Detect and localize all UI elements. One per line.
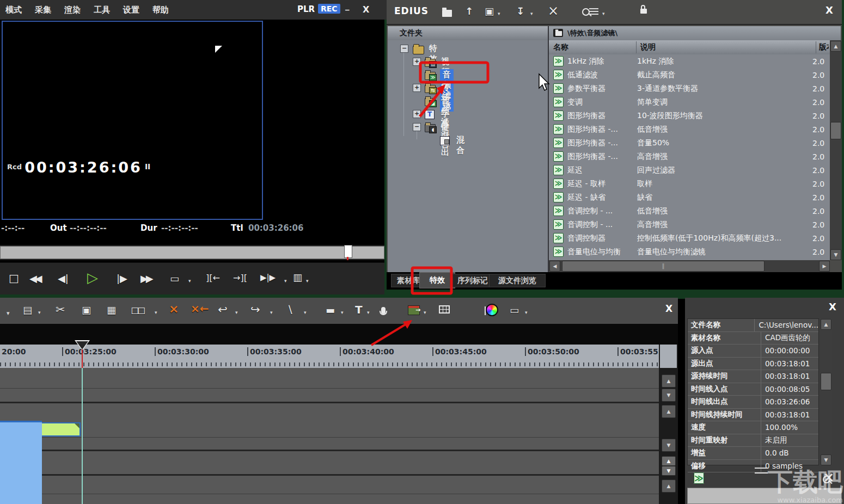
hscroll-thumb[interactable]: ‖ — [562, 261, 765, 272]
undo-caret[interactable]: ▾ — [235, 310, 238, 315]
playhead-line-tracks[interactable] — [82, 368, 83, 504]
track-scroll-up3[interactable]: ▲ — [662, 480, 676, 493]
expand-toggle[interactable]: + — [413, 110, 421, 118]
effects-vscrollbar[interactable]: ▲ ▼ — [830, 40, 842, 260]
effect-row[interactable]: ≫延迟 - 取样取样2.0 — [549, 177, 830, 190]
redo-icon[interactable]: ↪ — [250, 304, 260, 316]
scroll-left-button[interactable]: ◀ — [549, 261, 560, 272]
scrub-bar[interactable] — [0, 246, 384, 259]
effect-row[interactable]: ≫音调控制 - ...低音增强2.0 — [549, 204, 830, 218]
menu-mode[interactable]: 模式 — [5, 5, 22, 15]
info-splitter-handle[interactable] — [755, 468, 768, 474]
effect-row[interactable]: ≫延迟回声过滤器2.0 — [549, 163, 830, 177]
track-scroll-up2[interactable]: ▲ — [662, 405, 676, 418]
timecode-ruler[interactable]: 20:00 00:03:25:00 00:03:30:00 00:03:35:0… — [0, 345, 659, 368]
effect-row[interactable]: ≫图形均衡器10-波段图形均衡器2.0 — [549, 109, 830, 122]
applied-effects-list[interactable] — [687, 488, 842, 504]
save-caret[interactable]: ▾ — [38, 310, 41, 315]
view-list-icon[interactable] — [589, 8, 598, 15]
track-scroll-down2[interactable]: ▼ — [662, 439, 676, 452]
playback-options-button[interactable]: ▭ — [170, 274, 179, 284]
track-scroll-up[interactable]: ▲ — [662, 374, 676, 388]
effect-row[interactable]: ≫延迟 - 缺省缺省2.0 — [549, 190, 830, 204]
goto-out-button[interactable]: →][ — [233, 274, 247, 282]
track-nudge-down[interactable]: ▼ — [662, 466, 676, 476]
track-area[interactable] — [0, 368, 659, 504]
menu-help[interactable]: 帮助 — [152, 5, 169, 15]
search-icon[interactable] — [582, 8, 590, 16]
rec-mode-button[interactable]: REC — [318, 4, 340, 14]
duplicate-icon[interactable]: ▣ — [485, 7, 494, 16]
add-to-timeline-icon[interactable] — [408, 305, 420, 315]
cut-icon[interactable]: ✂ — [56, 304, 65, 316]
effect-row[interactable]: ≫低通滤波截止高频音2.0 — [549, 68, 830, 82]
multicam-icon[interactable] — [439, 305, 450, 314]
tree-item-effects[interactable]: − 特效 — [388, 42, 399, 56]
vscroll-thumb[interactable] — [830, 122, 841, 139]
scroll-down-button[interactable]: ▼ — [830, 249, 841, 260]
track-scroll-down[interactable]: ▼ — [662, 389, 676, 402]
add-cut-point-caret[interactable]: ▾ — [304, 310, 307, 315]
column-name[interactable]: 名称 — [553, 42, 568, 52]
folder-icon[interactable] — [442, 10, 452, 17]
save-icon[interactable]: ▤ — [23, 305, 32, 315]
paste-icon[interactable]: ▦ — [107, 305, 116, 315]
info-scroll-up[interactable]: ▲ — [821, 319, 831, 330]
info-scroll-down[interactable]: ▼ — [821, 454, 831, 465]
scroll-right-button[interactable]: ▶ — [819, 261, 830, 272]
rewind-button[interactable]: ◀◀ — [29, 274, 40, 284]
timeline-close-button[interactable]: X — [665, 303, 672, 314]
effect-row[interactable]: ≫音调控制器控制低频率(低于100Hz)和高频率(超过3...2.0 — [549, 231, 830, 245]
info-close-button[interactable]: X — [829, 301, 836, 312]
duplicate-caret[interactable]: ▾ — [498, 11, 500, 16]
expand-toggle[interactable]: + — [413, 58, 421, 66]
frame-forward-button[interactable]: |▶ — [117, 274, 127, 284]
effect-row[interactable]: ≫变调简单变调2.0 — [549, 95, 830, 109]
effect-row[interactable]: ≫图形均衡器 -...音量50%2.0 — [549, 136, 830, 150]
column-description[interactable]: 说明 — [640, 42, 656, 52]
menu-render[interactable]: 渲染 — [64, 5, 81, 15]
frame-back-button[interactable]: ◀| — [58, 274, 69, 284]
info-vscrollbar[interactable]: ▲ ▼ — [820, 318, 832, 465]
collapse-toggle[interactable]: − — [413, 123, 421, 131]
minimize-button[interactable]: _ — [345, 1, 350, 11]
video-clip-blue[interactable] — [0, 421, 42, 504]
expand-toggle[interactable]: + — [413, 84, 421, 92]
play-button[interactable]: ▷ — [87, 269, 98, 286]
create-title-caret[interactable]: ▾ — [367, 310, 370, 315]
delete-in-out-icon[interactable]: ×← — [191, 302, 209, 315]
playhead-marker[interactable] — [76, 341, 88, 349]
add-cut-point-icon[interactable]: ∖ — [286, 304, 293, 315]
view-caret[interactable]: ▾ — [602, 11, 605, 16]
fast-forward-button[interactable]: ▶▶ — [140, 274, 151, 284]
delete-icon[interactable]: × — [548, 4, 559, 17]
column-version[interactable]: 版本 — [819, 42, 829, 52]
tree-item-key[interactable]: − ◖ 键 — [388, 121, 399, 134]
menu-capture[interactable]: 采集 — [35, 5, 51, 15]
trim-mode-caret[interactable]: ▾ — [341, 310, 344, 315]
color-correction-icon[interactable] — [486, 304, 498, 316]
tree-item-label[interactable]: 混合 — [456, 135, 464, 156]
tree-item-audio-filters[interactable]: ≫ 音频滤镜 — [388, 69, 399, 82]
duplicate-icon[interactable]: ◻◻ — [131, 305, 144, 315]
effect-row[interactable]: ≫音调控制 - ...高音增强2.0 — [549, 218, 830, 231]
effect-row[interactable]: ≫图形均衡器 -...高音增强2.0 — [549, 150, 830, 163]
goto-in-button[interactable]: ][← — [206, 274, 220, 282]
undo-icon[interactable]: ↩ — [218, 304, 228, 316]
add-to-timeline-caret[interactable]: ▾ — [424, 310, 426, 315]
lock-icon[interactable] — [640, 9, 647, 14]
effect-row[interactable]: ≫1kHz 消除1kHz 消除2.0 — [549, 54, 830, 68]
track-nudge-up[interactable]: ▲ — [662, 456, 676, 466]
info-scroll-thumb[interactable] — [821, 373, 831, 390]
panel-layout-icon[interactable]: ▭ — [510, 305, 519, 315]
effects-hscrollbar[interactable]: ◀ ‖ ▶ — [549, 260, 830, 272]
panel-layout-caret[interactable]: ▾ — [525, 310, 528, 315]
redo-caret[interactable]: ▾ — [270, 310, 273, 315]
close-button[interactable]: X — [363, 4, 369, 15]
tree-item-label[interactable]: 键 — [441, 122, 449, 132]
scrub-track[interactable] — [0, 245, 384, 260]
info-clear-button[interactable]: × — [823, 470, 834, 485]
menu-settings[interactable]: 设置 — [123, 5, 139, 15]
effect-row[interactable]: ≫图形均衡器 -...低音增强2.0 — [549, 122, 830, 136]
duplicate-caret[interactable]: ▾ — [155, 310, 157, 315]
